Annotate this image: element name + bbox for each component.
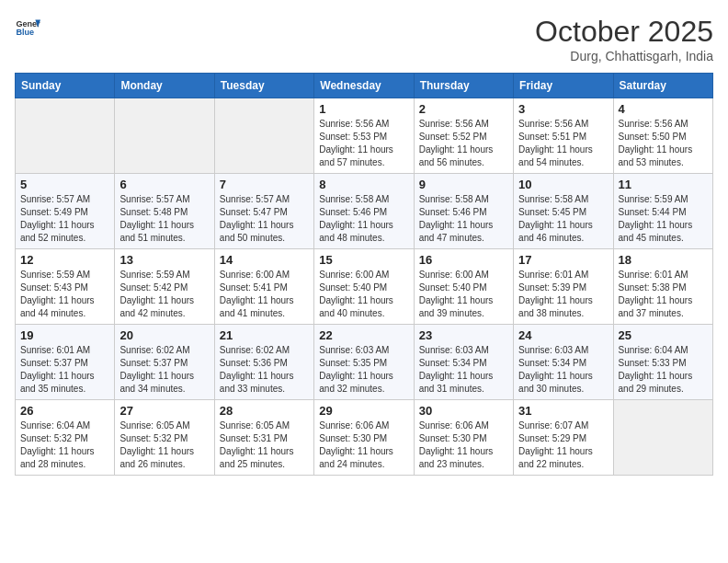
calendar-cell: 9Sunrise: 5:58 AM Sunset: 5:46 PM Daylig… xyxy=(414,174,513,249)
day-number: 27 xyxy=(119,404,209,418)
day-info: Sunrise: 6:03 AM Sunset: 5:35 PM Dayligh… xyxy=(319,344,408,396)
calendar-cell: 11Sunrise: 5:59 AM Sunset: 5:44 PM Dayli… xyxy=(613,174,712,249)
day-number: 17 xyxy=(518,253,608,267)
calendar-cell: 25Sunrise: 6:04 AM Sunset: 5:33 PM Dayli… xyxy=(613,325,712,400)
calendar-cell xyxy=(115,98,214,174)
day-number: 14 xyxy=(220,253,309,267)
weekday-header-row: SundayMondayTuesdayWednesdayThursdayFrid… xyxy=(16,74,713,98)
logo: General Blue xyxy=(15,15,40,40)
calendar-cell: 19Sunrise: 6:01 AM Sunset: 5:37 PM Dayli… xyxy=(16,325,115,400)
day-info: Sunrise: 5:57 AM Sunset: 5:48 PM Dayligh… xyxy=(119,193,209,245)
day-number: 9 xyxy=(419,178,508,191)
day-number: 23 xyxy=(419,328,508,342)
calendar-cell: 22Sunrise: 6:03 AM Sunset: 5:35 PM Dayli… xyxy=(314,325,414,400)
calendar-cell xyxy=(16,98,115,174)
calendar-cell: 12Sunrise: 5:59 AM Sunset: 5:43 PM Dayli… xyxy=(16,249,115,325)
calendar-cell: 2Sunrise: 5:56 AM Sunset: 5:52 PM Daylig… xyxy=(414,98,513,174)
calendar-cell: 5Sunrise: 5:57 AM Sunset: 5:49 PM Daylig… xyxy=(16,174,115,249)
day-info: Sunrise: 5:59 AM Sunset: 5:42 PM Dayligh… xyxy=(119,269,209,320)
calendar-cell: 16Sunrise: 6:00 AM Sunset: 5:40 PM Dayli… xyxy=(414,249,513,325)
calendar-week-3: 12Sunrise: 5:59 AM Sunset: 5:43 PM Dayli… xyxy=(16,249,713,325)
day-info: Sunrise: 6:04 AM Sunset: 5:32 PM Dayligh… xyxy=(20,419,109,471)
calendar-cell: 28Sunrise: 6:05 AM Sunset: 5:31 PM Dayli… xyxy=(214,400,313,476)
calendar-cell: 29Sunrise: 6:06 AM Sunset: 5:30 PM Dayli… xyxy=(314,400,414,476)
day-number: 28 xyxy=(220,404,309,418)
calendar-cell: 24Sunrise: 6:03 AM Sunset: 5:34 PM Dayli… xyxy=(514,325,613,400)
month-title: October 2025 xyxy=(535,15,713,49)
page-header: General Blue October 2025 Durg, Chhattis… xyxy=(15,15,713,63)
day-number: 22 xyxy=(319,328,408,342)
day-number: 8 xyxy=(319,178,408,191)
day-number: 10 xyxy=(518,178,608,191)
calendar-cell: 23Sunrise: 6:03 AM Sunset: 5:34 PM Dayli… xyxy=(414,325,513,400)
calendar-cell: 7Sunrise: 5:57 AM Sunset: 5:47 PM Daylig… xyxy=(214,174,313,249)
day-number: 20 xyxy=(119,328,209,342)
day-info: Sunrise: 6:01 AM Sunset: 5:39 PM Dayligh… xyxy=(518,269,608,320)
day-number: 2 xyxy=(419,102,508,116)
weekday-header-monday: Monday xyxy=(115,74,214,98)
day-number: 11 xyxy=(619,178,708,191)
day-info: Sunrise: 6:06 AM Sunset: 5:30 PM Dayligh… xyxy=(419,419,508,471)
day-number: 3 xyxy=(518,102,608,116)
day-number: 15 xyxy=(319,253,408,267)
day-info: Sunrise: 6:06 AM Sunset: 5:30 PM Dayligh… xyxy=(319,419,408,471)
day-info: Sunrise: 5:59 AM Sunset: 5:44 PM Dayligh… xyxy=(619,193,708,245)
day-number: 1 xyxy=(319,102,408,116)
day-info: Sunrise: 5:56 AM Sunset: 5:50 PM Dayligh… xyxy=(619,118,708,169)
day-number: 6 xyxy=(119,178,209,191)
weekday-header-saturday: Saturday xyxy=(613,74,712,98)
day-info: Sunrise: 5:56 AM Sunset: 5:51 PM Dayligh… xyxy=(518,118,608,169)
calendar-cell: 8Sunrise: 5:58 AM Sunset: 5:46 PM Daylig… xyxy=(314,174,414,249)
day-number: 7 xyxy=(220,178,309,191)
day-info: Sunrise: 6:01 AM Sunset: 5:37 PM Dayligh… xyxy=(20,344,109,396)
calendar-table: SundayMondayTuesdayWednesdayThursdayFrid… xyxy=(15,73,713,476)
day-info: Sunrise: 6:02 AM Sunset: 5:36 PM Dayligh… xyxy=(220,344,309,396)
calendar-cell: 18Sunrise: 6:01 AM Sunset: 5:38 PM Dayli… xyxy=(613,249,712,325)
calendar-cell: 20Sunrise: 6:02 AM Sunset: 5:37 PM Dayli… xyxy=(115,325,214,400)
calendar-cell xyxy=(214,98,313,174)
day-number: 31 xyxy=(518,404,608,418)
day-number: 25 xyxy=(619,328,708,342)
day-info: Sunrise: 5:58 AM Sunset: 5:46 PM Dayligh… xyxy=(319,193,408,245)
day-number: 29 xyxy=(319,404,408,418)
day-info: Sunrise: 5:58 AM Sunset: 5:45 PM Dayligh… xyxy=(518,193,608,245)
day-info: Sunrise: 5:56 AM Sunset: 5:52 PM Dayligh… xyxy=(419,118,508,169)
location: Durg, Chhattisgarh, India xyxy=(535,49,713,63)
weekday-header-friday: Friday xyxy=(514,74,613,98)
day-info: Sunrise: 6:00 AM Sunset: 5:41 PM Dayligh… xyxy=(220,269,309,320)
day-info: Sunrise: 6:01 AM Sunset: 5:38 PM Dayligh… xyxy=(619,269,708,320)
day-info: Sunrise: 6:04 AM Sunset: 5:33 PM Dayligh… xyxy=(619,344,708,396)
day-info: Sunrise: 5:59 AM Sunset: 5:43 PM Dayligh… xyxy=(20,269,109,320)
calendar-cell: 14Sunrise: 6:00 AM Sunset: 5:41 PM Dayli… xyxy=(214,249,313,325)
calendar-week-1: 1Sunrise: 5:56 AM Sunset: 5:53 PM Daylig… xyxy=(16,98,713,174)
day-info: Sunrise: 6:05 AM Sunset: 5:31 PM Dayligh… xyxy=(220,419,309,471)
day-info: Sunrise: 5:58 AM Sunset: 5:46 PM Dayligh… xyxy=(419,193,508,245)
calendar-cell: 3Sunrise: 5:56 AM Sunset: 5:51 PM Daylig… xyxy=(514,98,613,174)
day-info: Sunrise: 6:03 AM Sunset: 5:34 PM Dayligh… xyxy=(419,344,508,396)
calendar-cell: 27Sunrise: 6:05 AM Sunset: 5:32 PM Dayli… xyxy=(115,400,214,476)
calendar-week-2: 5Sunrise: 5:57 AM Sunset: 5:49 PM Daylig… xyxy=(16,174,713,249)
day-number: 13 xyxy=(119,253,209,267)
day-info: Sunrise: 6:00 AM Sunset: 5:40 PM Dayligh… xyxy=(319,269,408,320)
day-info: Sunrise: 6:05 AM Sunset: 5:32 PM Dayligh… xyxy=(119,419,209,471)
day-number: 30 xyxy=(419,404,508,418)
weekday-header-tuesday: Tuesday xyxy=(214,74,313,98)
calendar-cell: 6Sunrise: 5:57 AM Sunset: 5:48 PM Daylig… xyxy=(115,174,214,249)
weekday-header-thursday: Thursday xyxy=(414,74,513,98)
logo-icon: General Blue xyxy=(15,15,40,40)
title-area: October 2025 Durg, Chhattisgarh, India xyxy=(535,15,713,63)
day-number: 12 xyxy=(20,253,109,267)
calendar-week-5: 26Sunrise: 6:04 AM Sunset: 5:32 PM Dayli… xyxy=(16,400,713,476)
day-number: 16 xyxy=(419,253,508,267)
day-info: Sunrise: 6:00 AM Sunset: 5:40 PM Dayligh… xyxy=(419,269,508,320)
day-number: 21 xyxy=(220,328,309,342)
weekday-header-wednesday: Wednesday xyxy=(314,74,414,98)
day-info: Sunrise: 6:07 AM Sunset: 5:29 PM Dayligh… xyxy=(518,419,608,471)
calendar-cell: 17Sunrise: 6:01 AM Sunset: 5:39 PM Dayli… xyxy=(514,249,613,325)
day-info: Sunrise: 6:02 AM Sunset: 5:37 PM Dayligh… xyxy=(119,344,209,396)
day-info: Sunrise: 5:56 AM Sunset: 5:53 PM Dayligh… xyxy=(319,118,408,169)
day-number: 4 xyxy=(619,102,708,116)
calendar-cell: 15Sunrise: 6:00 AM Sunset: 5:40 PM Dayli… xyxy=(314,249,414,325)
calendar-cell: 21Sunrise: 6:02 AM Sunset: 5:36 PM Dayli… xyxy=(214,325,313,400)
calendar-cell: 13Sunrise: 5:59 AM Sunset: 5:42 PM Dayli… xyxy=(115,249,214,325)
